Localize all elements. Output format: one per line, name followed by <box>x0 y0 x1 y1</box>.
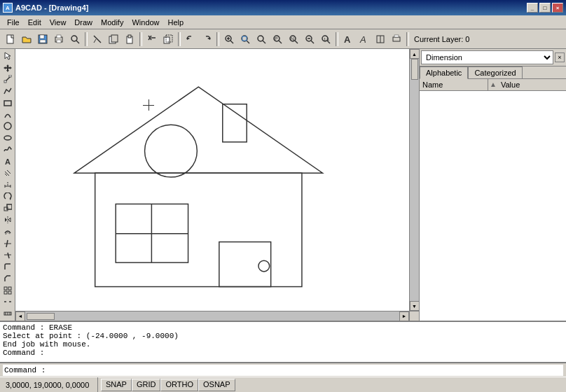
svg-point-53 <box>4 136 11 140</box>
menu-draw[interactable]: Draw <box>70 17 97 28</box>
text-tool[interactable]: A <box>1 156 14 167</box>
dimension-tool[interactable] <box>1 179 14 190</box>
restore-button[interactable]: □ <box>539 3 551 13</box>
canvas-area[interactable]: ▲ ▼ ◄ ► <box>15 49 419 321</box>
menu-window[interactable]: Window <box>127 17 163 28</box>
menu-file[interactable]: File <box>3 17 24 28</box>
minimize-button[interactable]: _ <box>527 3 538 13</box>
v-scroll-track[interactable] <box>410 59 419 301</box>
trim-tool[interactable] <box>1 238 14 249</box>
status-bar: 3,0000, 19,0000, 0,0000 SNAP GRID ORTHO … <box>0 377 566 392</box>
svg-line-32 <box>295 41 298 43</box>
menu-modify[interactable]: Modify <box>97 17 127 28</box>
zoom-next-button[interactable]: N <box>286 31 301 47</box>
command-input[interactable] <box>3 365 563 376</box>
mirror-tool[interactable] <box>1 214 14 225</box>
save-button[interactable] <box>35 31 50 47</box>
undo-button[interactable] <box>183 31 198 47</box>
drawing-canvas[interactable] <box>15 49 409 311</box>
command-line-1: Command : ERASE <box>3 323 563 332</box>
ellipse-tool[interactable] <box>1 132 14 144</box>
h-scroll-thumb[interactable] <box>27 313 55 320</box>
move-tool[interactable] <box>1 62 14 74</box>
svg-line-55 <box>5 172 9 176</box>
command-line-4: Command : <box>3 349 563 357</box>
spline-tool[interactable] <box>1 144 14 155</box>
scale-tool[interactable] <box>1 203 14 214</box>
text-small-button[interactable]: A <box>357 31 372 47</box>
scroll-right-button[interactable]: ► <box>399 312 409 321</box>
command-area: Command : ERASE Select at point : (-24.0… <box>0 321 566 363</box>
text-large-button[interactable]: A <box>340 31 356 47</box>
chamfer-tool[interactable] <box>1 273 14 284</box>
svg-marker-17 <box>187 37 190 40</box>
svg-rect-44 <box>393 37 400 41</box>
extend-tool[interactable] <box>1 249 14 260</box>
measure-tool[interactable] <box>1 308 14 319</box>
svg-text:P: P <box>275 36 278 41</box>
zoom-fit-button[interactable] <box>67 31 83 47</box>
main-toolbar: P N 1:1 A A Current Layer: 0 <box>0 29 566 49</box>
zoom-prev-button[interactable]: P <box>270 31 285 47</box>
svg-rect-2 <box>40 35 44 38</box>
insert-button[interactable] <box>373 31 388 47</box>
print2-button[interactable] <box>389 31 404 47</box>
svg-marker-46 <box>5 52 11 59</box>
svg-marker-18 <box>207 37 210 40</box>
zoom-out-button[interactable] <box>302 31 317 47</box>
arc-tool[interactable] <box>1 109 14 120</box>
sort-icon[interactable]: ▲ <box>488 79 498 90</box>
rotate-tool[interactable] <box>1 191 14 202</box>
panel-tabs: Alphabetic Categorized <box>420 66 566 79</box>
svg-point-52 <box>4 122 11 130</box>
grid-button[interactable]: GRID <box>132 379 161 391</box>
svg-line-35 <box>311 41 314 43</box>
col-value: Value <box>498 79 566 90</box>
svg-rect-84 <box>223 104 247 142</box>
zoom-real-button[interactable]: 1:1 <box>318 31 333 47</box>
scroll-corner <box>409 311 419 321</box>
menu-view[interactable]: View <box>46 17 71 28</box>
array-tool[interactable] <box>1 285 14 296</box>
hatch-tool[interactable] <box>1 167 14 178</box>
zoom-box-button[interactable] <box>237 31 253 47</box>
break-tool[interactable] <box>1 296 14 307</box>
svg-rect-49 <box>4 80 6 83</box>
cut2-button[interactable] <box>144 31 160 47</box>
svg-line-9 <box>94 36 101 43</box>
fillet-tool[interactable] <box>1 261 14 272</box>
menu-help[interactable]: Help <box>164 17 188 28</box>
rectangle-tool[interactable] <box>1 97 14 108</box>
tab-alphabetic[interactable]: Alphabetic <box>420 66 468 79</box>
menu-edit[interactable]: Edit <box>24 17 46 28</box>
copy-button[interactable] <box>106 31 121 47</box>
print-button[interactable] <box>51 31 67 47</box>
panel-close-button[interactable]: × <box>555 52 565 62</box>
offset-tool[interactable] <box>1 226 14 237</box>
snap-button[interactable]: SNAP <box>101 379 132 391</box>
circle-tool[interactable] <box>1 120 14 132</box>
osnap-button[interactable]: OSNAP <box>198 379 235 391</box>
zoom-all-button[interactable] <box>254 31 269 47</box>
tab-categorized[interactable]: Categorized <box>468 66 522 78</box>
copy2-button[interactable] <box>160 31 176 47</box>
scroll-left-button[interactable]: ◄ <box>15 312 25 321</box>
ortho-button[interactable]: ORTHO <box>160 379 198 391</box>
close-button[interactable]: × <box>552 3 563 13</box>
new-button[interactable] <box>3 31 18 47</box>
line-tool[interactable] <box>1 74 14 85</box>
redo-button[interactable] <box>199 31 214 47</box>
polyline-tool[interactable] <box>1 85 14 97</box>
svg-rect-3 <box>40 40 46 43</box>
open-button[interactable] <box>19 31 34 47</box>
zoom-in-button[interactable] <box>221 31 237 47</box>
cut-line-button[interactable] <box>90 31 105 47</box>
svg-line-69 <box>6 240 8 247</box>
scroll-down-button[interactable]: ▼ <box>410 301 420 311</box>
select-tool[interactable] <box>1 50 14 62</box>
v-scroll-thumb[interactable] <box>411 59 418 80</box>
scroll-up-button[interactable]: ▲ <box>410 49 420 59</box>
paste-button[interactable] <box>122 31 137 47</box>
panel-dropdown[interactable]: Dimension <box>421 50 553 64</box>
h-scroll-track[interactable] <box>25 312 399 321</box>
